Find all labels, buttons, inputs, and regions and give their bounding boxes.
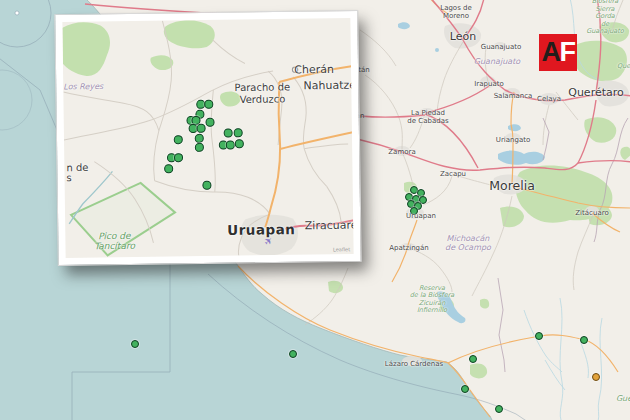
main-map-epicenter-marker[interactable]: [461, 385, 469, 393]
inset-map-label: Nahuatzen: [303, 80, 353, 93]
inset-map-epicenter-marker[interactable]: [174, 135, 183, 144]
inset-map-epicenter-marker[interactable]: [202, 181, 211, 190]
inset-map-label: s: [66, 172, 71, 184]
inset-map-label: Ziracuaret: [305, 220, 354, 233]
main-map-label: Salamanca: [494, 92, 533, 100]
main-map-epicenter-marker[interactable]: [580, 336, 588, 344]
main-map-epicenter-marker[interactable]: [131, 340, 139, 348]
inset-map-epicenter-marker[interactable]: [226, 140, 235, 149]
main-map-label: La Piedad de Cabadas: [407, 109, 448, 125]
main-map-label: Zamora: [388, 148, 415, 156]
main-map-label: Querétaro: [568, 87, 624, 100]
inset-map-canvas[interactable]: ✈ Los ReyesParacho de VerduzcoCheránNahu…: [62, 18, 353, 258]
main-map-epicenter-marker[interactable]: [535, 332, 543, 340]
main-map-label: tán: [358, 66, 369, 74]
main-map-epicenter-marker[interactable]: [592, 373, 600, 381]
inset-map-label: Cherán: [294, 64, 334, 77]
main-map-label: Quer: [617, 63, 630, 70]
main-map-label: Zitácuaro: [575, 209, 608, 217]
main-map-label: Irapuato: [474, 80, 503, 88]
main-map-label: de la Biósfera Sierra Gorda de Guanajuat…: [586, 0, 624, 35]
inset-map-epicenter-marker[interactable]: [204, 100, 213, 109]
main-map-label: Celaya: [537, 95, 561, 103]
main-map-label: Michoacán de Ocampo: [445, 234, 491, 252]
inset-map-epicenter-marker[interactable]: [235, 139, 244, 148]
inset-map-label: n de: [66, 162, 88, 174]
news-map-graphic: Lagos de MorenoLeónGuanajuatoGuanajuatoI…: [0, 0, 630, 420]
main-map-label: Zacapu: [440, 170, 466, 178]
inset-frame: ✈ Los ReyesParacho de VerduzcoCheránNahu…: [55, 11, 360, 265]
main-map-label: Reserva de la Biósfera Zicuirán Infierni…: [410, 285, 455, 315]
logo-letter-a: A: [542, 37, 560, 68]
main-map-label: Morelia: [489, 179, 535, 193]
main-map-label: León: [450, 31, 476, 44]
main-map-label: Guanajuato: [481, 43, 522, 51]
main-map-epicenter-marker[interactable]: [289, 350, 297, 358]
inset-map-label: Los Reyes: [63, 82, 103, 92]
inset-map-epicenter-marker[interactable]: [174, 153, 183, 162]
inset-map-epicenter-marker[interactable]: [224, 128, 233, 137]
main-map-epicenter-marker[interactable]: [495, 405, 503, 413]
inset-map-epicenter-marker[interactable]: [195, 134, 204, 143]
main-map-label: Apatzingán: [389, 244, 429, 252]
main-map-label: Guanajuato: [474, 57, 520, 66]
inset-map-label: Pico de Tancítaro: [94, 231, 135, 252]
main-map-epicenter-marker[interactable]: [469, 355, 477, 363]
main-map-label: Lagos de Moreno: [440, 4, 472, 20]
inset-map-epicenter-marker[interactable]: [195, 143, 204, 152]
inset-map-overlays: Los ReyesParacho de VerduzcoCheránNahuat…: [62, 18, 353, 258]
main-map-label: Gue: [616, 394, 630, 403]
main-map-epicenter-marker[interactable]: [410, 207, 418, 215]
main-map-label: Uriangato: [496, 136, 530, 144]
inset-map-epicenter-marker[interactable]: [205, 118, 214, 127]
main-map-label: Lázaro Cárdenas: [385, 360, 443, 368]
inset-map-label: Paracho de Verduzco: [234, 81, 290, 105]
inset-map-epicenter-marker[interactable]: [234, 128, 243, 137]
af-media-logo: A F: [539, 34, 577, 71]
logo-letter-f: F: [560, 37, 575, 68]
inset-map-label: Uruapan: [227, 222, 295, 238]
inset-map-epicenter-marker[interactable]: [197, 124, 206, 133]
inset-map-epicenter-marker[interactable]: [164, 164, 173, 173]
inset-map-label: Leaflet: [333, 247, 350, 253]
